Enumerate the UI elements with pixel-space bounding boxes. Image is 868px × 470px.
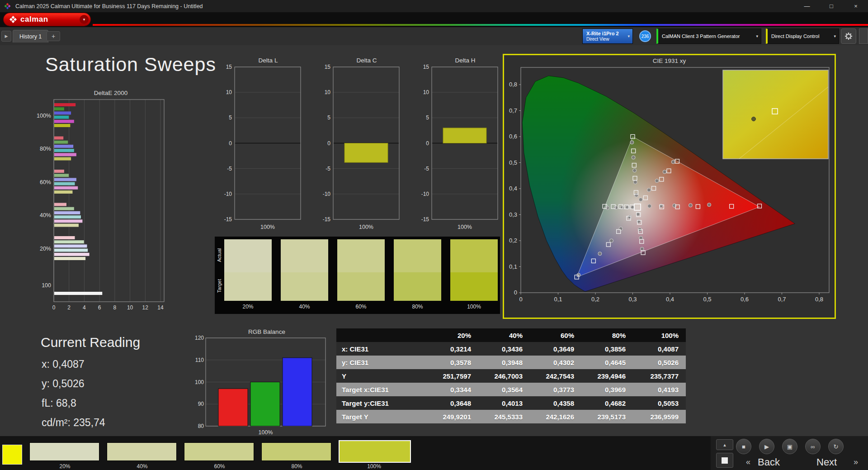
measured-point (663, 170, 666, 174)
svg-text:10: 10 (423, 89, 429, 95)
loop-button[interactable]: ∞ (805, 439, 821, 454)
deltae-bar (54, 249, 88, 252)
swatch-column-label: 40% (281, 304, 328, 310)
measured-point (628, 215, 632, 219)
actual-row-label: Actual (217, 242, 222, 268)
measured-point (635, 193, 638, 197)
svg-text:2: 2 (67, 304, 71, 311)
calman-menu-button[interactable]: calman ▾ (4, 13, 90, 26)
svg-text:120: 120 (195, 336, 204, 341)
svg-text:110: 110 (195, 357, 204, 363)
target-swatch-20% (224, 272, 272, 301)
saturation-swatch-strip: Actual Target 20%40%60%80%100% (215, 237, 500, 314)
measured-point (633, 169, 637, 172)
table-header: 60% (530, 328, 581, 342)
pattern-window-icon (722, 457, 728, 464)
svg-text:-5: -5 (424, 166, 429, 172)
measured-point (639, 198, 642, 201)
svg-text:8: 8 (113, 304, 117, 311)
deltae-bar (54, 182, 75, 185)
deltae-bar (54, 186, 78, 190)
chevron-down-icon: ▾ (756, 34, 758, 38)
deltae-bar (54, 219, 82, 223)
svg-text:60%: 60% (40, 179, 51, 185)
close-button[interactable]: × (844, 0, 868, 12)
rgb-bar-blue (283, 358, 312, 426)
measured-point (708, 203, 711, 207)
cie-inset (723, 70, 828, 159)
minimize-button[interactable]: — (795, 0, 819, 12)
swatch-column-label: 60% (337, 304, 385, 310)
measured-point (633, 180, 637, 184)
add-tab-button[interactable]: + (47, 31, 60, 41)
svg-text:100: 100 (195, 379, 204, 385)
back-chevron-icon: « (746, 457, 750, 467)
deltae-bar (54, 207, 74, 210)
svg-text:-5: -5 (326, 166, 330, 172)
refresh-button[interactable]: ↻ (828, 439, 844, 454)
deltae-bar (54, 145, 73, 148)
play-button[interactable]: ▶ (759, 439, 774, 454)
svg-text:10: 10 (325, 89, 331, 95)
brand-name: calman (20, 15, 48, 24)
rainbow-strip (93, 24, 868, 26)
svg-text:0,2: 0,2 (591, 296, 599, 303)
back-button[interactable]: Back (758, 456, 780, 468)
save-button[interactable]: ▣ (782, 439, 797, 454)
deltae-bar (54, 253, 90, 256)
table-row: Target y:CIE310,36480,40130,43580,46820,… (336, 396, 686, 410)
deltae-bar (54, 211, 80, 214)
svg-text:-15: -15 (224, 216, 232, 223)
display-control-dropdown[interactable]: Direct Display Control ▾ (766, 28, 839, 44)
delta-c-plot: 151050-5-10-15100% (310, 64, 400, 233)
settings-button[interactable] (841, 28, 856, 44)
bottom-swatch-40%[interactable] (107, 442, 177, 461)
deltae-bar (54, 149, 74, 152)
chevron-up-button[interactable]: ▴ (716, 439, 733, 450)
history-prev-button[interactable]: ▶ (1, 31, 11, 42)
svg-text:0: 0 (426, 140, 429, 147)
deltae-bar (54, 170, 64, 173)
next-button[interactable]: Next (816, 456, 837, 468)
svg-text:0,7: 0,7 (509, 107, 517, 114)
table-header: 40% (478, 328, 530, 342)
results-table: 20%40%60%80%100%x: CIE310,32140,34360,36… (336, 328, 686, 423)
deltae-bar (54, 292, 102, 295)
measured-point (689, 204, 692, 207)
deltae-bar (54, 157, 71, 161)
svg-text:0,5: 0,5 (703, 296, 711, 303)
maximize-button[interactable]: □ (819, 0, 844, 12)
bottom-swatch-80%[interactable] (261, 442, 331, 461)
target-swatch-100% (450, 272, 498, 301)
calman-window: Calman 2025 Calman Ultimate for Business… (0, 0, 868, 470)
tab-history-1[interactable]: History 1 (13, 30, 48, 43)
logo-row: calman ▾ (0, 12, 868, 27)
bottom-swatch-label: 80% (261, 463, 332, 470)
pattern-window-button[interactable] (716, 453, 733, 468)
delta-l-title: Delta L (211, 57, 302, 64)
bottom-swatch-20%[interactable] (29, 442, 99, 461)
delta-l-plot: 151050-5-10-15100% (211, 64, 302, 233)
svg-text:100%: 100% (359, 224, 373, 230)
app-icon (4, 3, 11, 9)
deltae-bar (54, 203, 66, 206)
target-swatch-40% (281, 272, 328, 301)
meter-name: X-Rite i1Pro 2 (586, 31, 619, 37)
next-chevron-icon: » (854, 457, 858, 467)
stop-button[interactable]: ■ (736, 439, 751, 454)
deltae-bar (54, 178, 76, 181)
bottom-swatch-100%[interactable] (339, 440, 411, 463)
target-swatch-60% (337, 272, 385, 301)
svg-text:-10: -10 (323, 191, 331, 197)
svg-text:5: 5 (229, 114, 232, 121)
table-header: 80% (581, 328, 633, 342)
bottom-swatch-60%[interactable] (184, 442, 254, 461)
meter-badge[interactable]: 236 (639, 30, 651, 42)
meter-dropdown[interactable]: X-Rite i1Pro 2 Direct View ▾ (582, 28, 633, 44)
svg-text:100: 100 (42, 282, 51, 289)
edge-toolbar-button[interactable] (859, 28, 868, 44)
source-dropdown[interactable]: CalMAN Client 3 Pattern Generator ▾ (656, 28, 761, 44)
measured-point (640, 247, 644, 251)
svg-text:14: 14 (157, 304, 164, 311)
svg-text:0,4: 0,4 (666, 296, 674, 303)
